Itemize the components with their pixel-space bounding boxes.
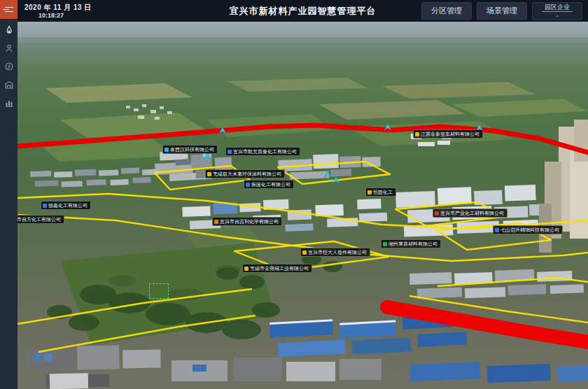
sidebar-item-fire[interactable]: [4, 24, 14, 35]
sidebar-item-person[interactable]: [4, 43, 14, 53]
marker-label: 宜兴市昌方化工有限公司: [18, 215, 61, 223]
map-3d-viewport[interactable]: 泰西汉科技有限公司 宜兴市凯元普曼化工有限公司 无锡双大木素环保涂料有限公司 振…: [18, 22, 588, 389]
map-marker[interactable]: 无锡双大木素环保涂料有限公司: [205, 169, 285, 178]
map-marker[interactable]: 无锡市金燕城工业有限公司: [242, 264, 312, 273]
globe-icon: [4, 62, 14, 71]
header-bar: 2020 年 11 月 13 日 10:18:27 宜兴市新材料产业园智慧管理平…: [18, 0, 588, 22]
hamburger-icon: [5, 6, 13, 13]
marker-label: 宜兴市产业化工材料有限公司: [440, 209, 504, 217]
company-marker-icon: [207, 172, 211, 176]
park-enterprise-dropdown[interactable]: 园区企业 ⌄: [532, 2, 582, 20]
company-marker-icon: [495, 228, 499, 232]
header-time: 10:18:27: [38, 12, 64, 19]
bar-chart-icon: [4, 98, 14, 108]
map-marker[interactable]: 江苏金泰亚车材料有限公司: [413, 129, 483, 139]
company-marker-icon: [244, 267, 248, 271]
person-icon: [4, 43, 14, 53]
company-marker-icon: [435, 211, 439, 215]
factory-icon: [4, 80, 14, 90]
map-marker[interactable]: 宜兴市恒大人造件有限公司: [300, 248, 370, 257]
marker-label: 泰西汉科技有限公司: [170, 146, 214, 153]
map-scene: [18, 22, 588, 389]
company-marker-icon: [214, 220, 218, 224]
company-marker-icon: [302, 250, 307, 255]
sidebar-item-monitor[interactable]: [4, 61, 14, 71]
sidebar: [0, 0, 18, 389]
company-marker-icon: [227, 150, 232, 154]
marker-label: 宜兴市昌吉利化学有限公司: [220, 218, 279, 225]
zone-management-button[interactable]: 分区管理: [421, 2, 472, 20]
sidebar-item-enterprise[interactable]: [4, 79, 14, 90]
map-marker[interactable]: 宜兴市昌吉利化学有限公司: [212, 217, 282, 226]
company-marker-icon: [383, 242, 387, 246]
map-marker[interactable]: 德鑫化工有限公司: [41, 201, 91, 210]
company-marker-icon: [246, 183, 250, 187]
marker-label: 宜兴市恒大人造件有限公司: [308, 248, 367, 256]
marker-label: 振国化工有限公司: [251, 181, 290, 188]
marker-label: 潮州莱普材料有限公司: [388, 240, 438, 248]
selection-box: [149, 283, 169, 299]
page-title: 宜兴市新材料产业园智慧管理平台: [230, 5, 377, 17]
marker-label: 无锡市金燕城工业有限公司: [250, 264, 309, 272]
map-marker[interactable]: 恒园化工: [365, 188, 396, 197]
map-marker[interactable]: 泰西汉科技有限公司: [162, 145, 218, 154]
marker-label: 无锡双大木素环保涂料有限公司: [213, 170, 281, 178]
marker-label: 德鑫化工有限公司: [48, 201, 88, 209]
map-marker[interactable]: 宜兴市凯元普曼化工有限公司: [225, 147, 300, 156]
map-marker[interactable]: 潮州莱普材料有限公司: [381, 239, 441, 248]
foreground-roofs: [172, 358, 382, 381]
company-marker-icon: [368, 190, 372, 194]
map-marker[interactable]: 宜兴市产业化工材料有限公司: [433, 208, 507, 218]
flame-icon: [4, 25, 14, 35]
sidebar-item-statistics[interactable]: [4, 97, 14, 108]
app-window: 2020 年 11 月 13 日 10:18:27 宜兴市新材料产业园智慧管理平…: [0, 0, 588, 389]
marker-label: 宜兴市凯元普曼化工有限公司: [233, 148, 297, 155]
marker-label: 恒园化工: [373, 188, 393, 196]
map-marker[interactable]: 七山启升精细科技有限公司: [493, 225, 563, 234]
hamburger-menu-button[interactable]: [0, 0, 18, 19]
company-marker-icon: [164, 148, 169, 152]
marker-label: 江苏金泰亚车材料有限公司: [421, 130, 479, 138]
header-date: 2020 年 11 月 13 日: [24, 3, 92, 13]
map-marker[interactable]: 宜兴市昌方化工有限公司: [18, 215, 64, 224]
marker-label: 七山启升精细科技有限公司: [500, 226, 559, 234]
company-marker-icon: [415, 132, 419, 136]
dropdown-label: 园区企业: [542, 3, 573, 12]
scene-management-button[interactable]: 场景管理: [477, 2, 527, 20]
chevron-down-icon: ⌄: [555, 13, 560, 18]
map-marker[interactable]: 振国化工有限公司: [244, 180, 294, 189]
company-marker-icon: [43, 204, 47, 208]
